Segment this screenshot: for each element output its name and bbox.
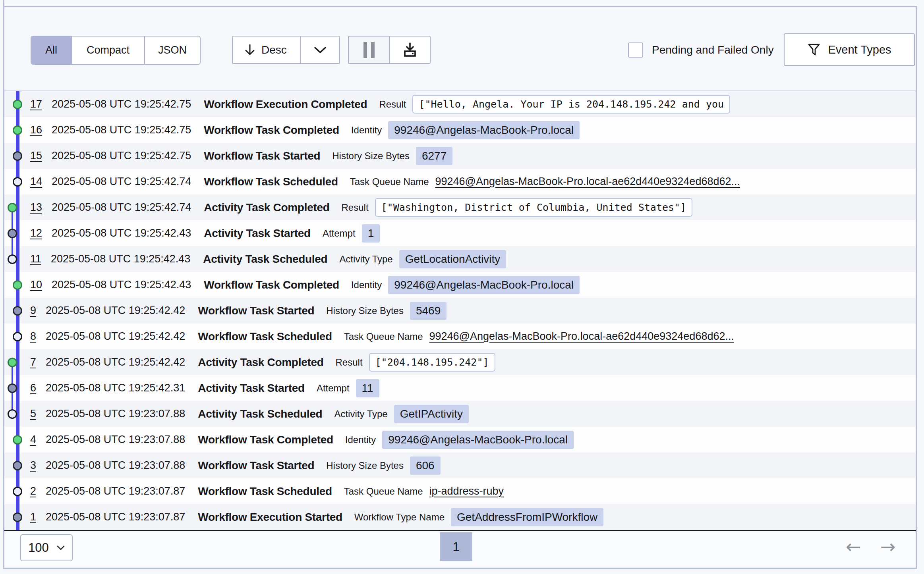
event-row[interactable]: 16 2025-05-08 UTC 19:25:42.75 Workflow T… <box>4 117 916 143</box>
event-time: 2025-05-08 UTC 19:25:42.31 <box>46 382 185 394</box>
event-name: Workflow Task Completed <box>198 433 333 446</box>
event-row[interactable]: 14 2025-05-08 UTC 19:25:42.74 Workflow T… <box>4 169 916 195</box>
event-time: 2025-05-08 UTC 19:25:42.43 <box>51 253 190 265</box>
event-status-dot <box>13 125 22 135</box>
event-name: Activity Task Started <box>198 382 305 395</box>
event-row[interactable]: 17 2025-05-08 UTC 19:25:42.75 Workflow E… <box>4 91 916 117</box>
event-attr-value: ["Washington, District of Columbia, Unit… <box>375 198 693 217</box>
event-time: 2025-05-08 UTC 19:25:42.42 <box>46 304 185 317</box>
event-id-link[interactable]: 1 <box>30 511 36 523</box>
event-id-link[interactable]: 3 <box>30 459 36 472</box>
event-time: 2025-05-08 UTC 19:23:07.88 <box>46 408 185 420</box>
event-row[interactable]: 7 2025-05-08 UTC 19:25:42.42 Activity Ta… <box>4 349 916 375</box>
event-row[interactable]: 13 2025-05-08 UTC 19:25:42.74 Activity T… <box>4 195 916 220</box>
event-id-link[interactable]: 8 <box>30 330 36 343</box>
event-id-link[interactable]: 5 <box>30 408 36 420</box>
event-row[interactable]: 11 2025-05-08 UTC 19:25:42.43 Activity T… <box>4 246 916 272</box>
event-id-link[interactable]: 15 <box>30 150 42 162</box>
event-id-link[interactable]: 16 <box>30 124 42 136</box>
event-row[interactable]: 5 2025-05-08 UTC 19:23:07.88 Activity Ta… <box>4 401 916 427</box>
event-row[interactable]: 4 2025-05-08 UTC 19:23:07.88 Workflow Ta… <box>4 427 916 453</box>
event-rows: 17 2025-05-08 UTC 19:25:42.75 Workflow E… <box>4 91 916 531</box>
event-status-dot <box>13 512 22 522</box>
event-id-link[interactable]: 10 <box>30 279 42 291</box>
event-attr-value: GetAddressFromIPWorkflow <box>451 508 603 526</box>
pending-failed-label[interactable]: Pending and Failed Only <box>652 44 774 56</box>
tab-all[interactable]: All <box>31 37 71 64</box>
event-row[interactable]: 2 2025-05-08 UTC 19:23:07.87 Workflow Ta… <box>4 478 916 504</box>
event-timeline <box>4 375 27 401</box>
event-id-link[interactable]: 2 <box>30 485 36 497</box>
page-number-button[interactable]: 1 <box>440 532 472 561</box>
tab-json[interactable]: JSON <box>144 37 200 64</box>
event-attr-label: Attempt <box>323 228 356 239</box>
pending-failed-checkbox[interactable] <box>628 42 643 58</box>
event-attr-value: ["204.148.195.242"] <box>369 353 495 372</box>
event-id-link[interactable]: 17 <box>30 98 42 110</box>
event-row[interactable]: 6 2025-05-08 UTC 19:25:42.31 Activity Ta… <box>4 375 916 401</box>
event-row[interactable]: 8 2025-05-08 UTC 19:25:42.42 Workflow Ta… <box>4 324 916 349</box>
event-timeline <box>4 117 27 143</box>
event-types-button[interactable]: Event Types <box>784 33 915 66</box>
event-attr-label: Task Queue Name <box>344 331 423 342</box>
previous-page-arrow-icon[interactable]: ← <box>846 531 861 562</box>
event-id-link[interactable]: 11 <box>30 253 41 265</box>
event-attr-label: Attempt <box>317 383 350 394</box>
tab-compact[interactable]: Compact <box>71 37 144 64</box>
event-status-dot <box>8 229 17 238</box>
page-size-select[interactable]: 100 <box>20 534 73 561</box>
event-row[interactable]: 1 2025-05-08 UTC 19:23:07.87 Workflow Ex… <box>4 504 916 530</box>
event-id-link[interactable]: 14 <box>30 175 42 188</box>
event-id-link[interactable]: 7 <box>30 356 36 368</box>
event-name: Workflow Task Scheduled <box>204 175 338 188</box>
event-timeline <box>4 349 27 375</box>
event-timeline <box>4 427 27 453</box>
event-attr-value: 5469 <box>410 302 447 320</box>
event-attr-label: Task Queue Name <box>344 486 423 497</box>
event-id-link[interactable]: 12 <box>30 227 42 239</box>
event-status-dot <box>13 177 22 187</box>
event-row[interactable]: 10 2025-05-08 UTC 19:25:42.43 Workflow T… <box>4 272 916 298</box>
event-timeline <box>4 91 27 117</box>
event-attr-label: Identity <box>351 279 382 291</box>
event-attr-label: History Size Bytes <box>326 305 404 316</box>
pause-button[interactable] <box>349 37 389 63</box>
event-status-dot <box>13 487 22 496</box>
event-status-dot <box>13 100 22 109</box>
event-attr-value[interactable]: 99246@Angelas-MacBook-Pro.local-ae62d440… <box>435 175 740 188</box>
next-page-arrow-icon[interactable]: → <box>880 531 896 562</box>
card-border-stub <box>3 0 4 6</box>
event-status-dot <box>13 151 22 161</box>
event-attr-value[interactable]: ip-address-ruby <box>429 485 504 497</box>
event-attr-value: ["Hello, Angela. Your IP is 204.148.195.… <box>412 95 730 114</box>
pause-icon <box>363 42 375 58</box>
event-attr-label: Result <box>336 357 363 368</box>
event-attr-label: History Size Bytes <box>326 460 404 471</box>
event-status-dot <box>13 306 22 316</box>
event-time: 2025-05-08 UTC 19:25:42.74 <box>52 201 191 214</box>
sort-desc-button[interactable]: Desc <box>233 37 300 63</box>
event-row[interactable]: 9 2025-05-08 UTC 19:25:42.42 Workflow Ta… <box>4 298 916 324</box>
download-button[interactable] <box>389 37 430 63</box>
event-name: Workflow Task Scheduled <box>198 485 332 498</box>
pending-failed-filter: Pending and Failed Only <box>628 36 774 64</box>
event-status-dot <box>8 203 17 212</box>
event-timeline <box>4 195 27 220</box>
chevron-down-icon <box>314 46 327 54</box>
sort-dropdown-button[interactable] <box>300 37 339 63</box>
event-timeline <box>4 401 27 427</box>
event-timeline <box>4 246 27 272</box>
event-id-link[interactable]: 4 <box>30 433 36 446</box>
event-id-link[interactable]: 13 <box>30 201 42 214</box>
event-row[interactable]: 12 2025-05-08 UTC 19:25:42.43 Activity T… <box>4 220 916 246</box>
event-attr-value: 99246@Angelas-MacBook-Pro.local <box>382 431 574 449</box>
event-name: Activity Task Scheduled <box>203 253 327 266</box>
event-attr-value[interactable]: 99246@Angelas-MacBook-Pro.local-ae62d440… <box>429 330 734 343</box>
event-row[interactable]: 3 2025-05-08 UTC 19:23:07.88 Workflow Ta… <box>4 453 916 478</box>
event-id-link[interactable]: 6 <box>30 382 36 394</box>
event-name: Workflow Task Started <box>198 459 314 472</box>
event-row[interactable]: 15 2025-05-08 UTC 19:25:42.75 Workflow T… <box>4 143 916 169</box>
sort-label: Desc <box>261 44 287 56</box>
event-attr-label: Result <box>342 202 369 213</box>
event-id-link[interactable]: 9 <box>30 304 36 317</box>
